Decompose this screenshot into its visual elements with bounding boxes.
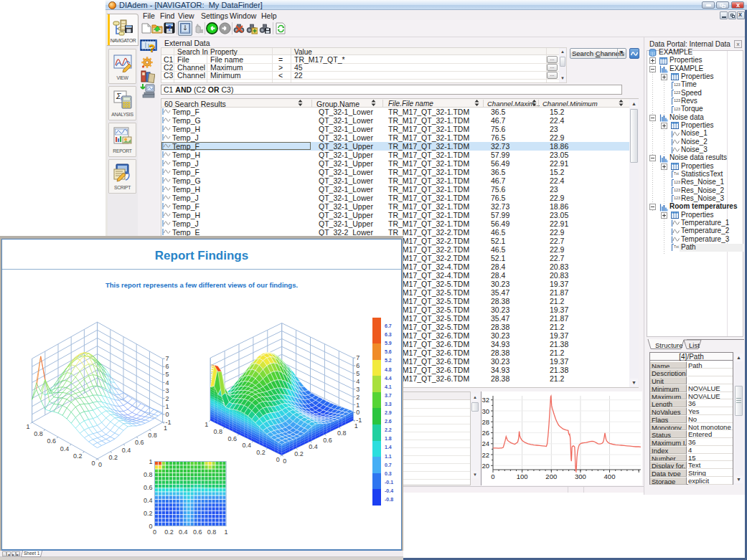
svg-text:5: 5 — [356, 370, 360, 377]
svg-text:0.4: 0.4 — [144, 497, 153, 504]
svg-text:0: 0 — [149, 523, 152, 530]
svg-text:?: ? — [167, 24, 172, 32]
svg-text:0.2: 0.2 — [164, 528, 174, 536]
svg-text:2: 2 — [166, 395, 169, 402]
svg-text:30: 30 — [481, 407, 489, 415]
svg-text:0.8: 0.8 — [214, 428, 223, 435]
svg-text:0.6: 0.6 — [47, 437, 56, 445]
svg-text:Txt: Txt — [674, 245, 680, 249]
svg-text:4: 4 — [166, 379, 169, 386]
svg-text:1: 1 — [356, 402, 360, 409]
svg-text:1: 1 — [205, 421, 208, 428]
svg-text:2: 2 — [356, 394, 360, 401]
svg-text:1: 1 — [149, 458, 152, 465]
svg-text:-1: -1 — [356, 417, 362, 424]
svg-text:0.4: 0.4 — [242, 442, 251, 449]
svg-text:123: 123 — [674, 196, 680, 200]
svg-text:123: 123 — [674, 90, 680, 95]
svg-text:123: 123 — [674, 82, 680, 87]
svg-text:6: 6 — [356, 362, 360, 369]
svg-text:7: 7 — [166, 355, 169, 362]
svg-text:123: 123 — [674, 107, 680, 111]
svg-text:0: 0 — [491, 473, 494, 480]
svg-text:100: 100 — [517, 473, 528, 480]
svg-text:6: 6 — [166, 363, 169, 370]
svg-text:0.6: 0.6 — [135, 439, 144, 446]
svg-text:0: 0 — [98, 461, 102, 468]
svg-text:0.2: 0.2 — [294, 450, 304, 457]
svg-text:3: 3 — [356, 386, 360, 393]
svg-text:0.2: 0.2 — [256, 449, 266, 456]
svg-text:0.6: 0.6 — [144, 484, 153, 491]
svg-text:0: 0 — [166, 411, 169, 418]
svg-text:0.2: 0.2 — [109, 454, 118, 461]
svg-text:20: 20 — [481, 462, 489, 470]
svg-text:1: 1 — [224, 528, 227, 536]
svg-text:0.4: 0.4 — [179, 528, 188, 536]
svg-text:0.8: 0.8 — [337, 430, 347, 437]
svg-text:0: 0 — [92, 460, 95, 467]
svg-text:0.4: 0.4 — [309, 443, 318, 450]
svg-text:7: 7 — [356, 354, 360, 361]
svg-text:0.8: 0.8 — [207, 528, 217, 536]
svg-text:0.4: 0.4 — [122, 447, 131, 454]
svg-text:0: 0 — [356, 409, 360, 416]
svg-text:32: 32 — [481, 396, 489, 404]
svg-text:400: 400 — [604, 473, 616, 480]
svg-text:1: 1 — [27, 423, 30, 430]
svg-text:123: 123 — [674, 98, 680, 103]
svg-text:0: 0 — [283, 457, 286, 465]
svg-text:123: 123 — [674, 188, 680, 192]
svg-text:0.8: 0.8 — [34, 430, 43, 437]
svg-text:0.6: 0.6 — [323, 437, 332, 444]
svg-text:0.6: 0.6 — [227, 435, 237, 442]
svg-text:0.2: 0.2 — [144, 510, 153, 517]
svg-text:5: 5 — [166, 371, 169, 378]
svg-text:300: 300 — [575, 473, 586, 480]
svg-text:0.8: 0.8 — [148, 432, 157, 439]
svg-text:0.2: 0.2 — [73, 452, 83, 460]
svg-text:0: 0 — [153, 528, 156, 536]
svg-text:200: 200 — [545, 473, 557, 480]
svg-text:24: 24 — [481, 440, 489, 447]
svg-text:0.6: 0.6 — [193, 528, 202, 536]
svg-text:1: 1 — [166, 403, 169, 410]
svg-text:26: 26 — [481, 429, 489, 437]
svg-text:0.8: 0.8 — [144, 471, 153, 478]
svg-text:22: 22 — [481, 451, 489, 459]
svg-text:0: 0 — [276, 456, 280, 463]
svg-text:Txt: Txt — [674, 171, 680, 176]
svg-text:-1: -1 — [166, 419, 172, 426]
svg-text:28: 28 — [481, 418, 489, 426]
svg-text:4: 4 — [356, 378, 360, 385]
svg-text:123: 123 — [674, 180, 680, 184]
svg-text:0.4: 0.4 — [60, 445, 70, 452]
svg-text:3: 3 — [166, 387, 169, 394]
